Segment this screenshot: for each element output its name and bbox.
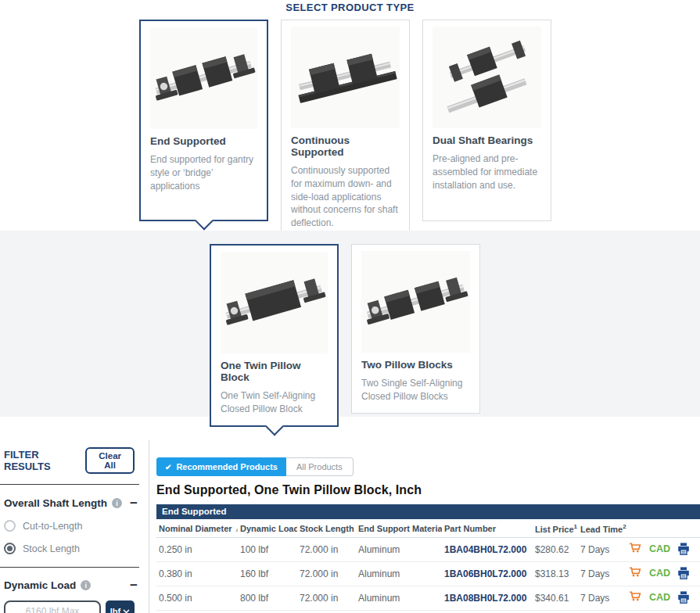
col-stock-length[interactable]: Stock Length (297, 519, 356, 537)
cell-nominal-diameter: 0.500 in (156, 586, 238, 610)
radio-button[interactable] (4, 520, 16, 532)
card-title: End Supported (150, 135, 257, 147)
results-table: Nominal Diameter▲ Dynamic Load Stock Len… (156, 519, 700, 613)
card-title: Continuous Supported (291, 134, 400, 158)
tab-label: Recommended Products (176, 462, 278, 471)
cell-stock-length: 72.000 in (297, 561, 356, 586)
dynamic-load-input[interactable] (4, 600, 101, 613)
cell-stock-length: 72.000 in (297, 610, 356, 613)
add-to-cart-icon[interactable] (629, 567, 642, 579)
cell-dynamic-load: 800 lbf (238, 586, 297, 610)
radio-label: Stock Length (23, 543, 80, 554)
table-group-header: End Supported (156, 504, 700, 519)
end-supported-product-image (150, 27, 257, 129)
part-number-link[interactable]: 1BA04BH0L72.000 (444, 544, 526, 555)
col-part-number[interactable]: Part Number (442, 519, 533, 537)
dynamic-load-filter-label: Dynamic Load (4, 579, 76, 591)
card-title: One Twin Pillow Block (221, 360, 328, 383)
cell-end-support-material: Aluminum (356, 610, 442, 613)
part-number-link[interactable]: 1BA06BH0L72.000 (444, 568, 526, 579)
select-product-type-heading: SELECT PRODUCT TYPE (0, 2, 700, 13)
filter-results-heading: FILTER RESULTS (4, 449, 85, 472)
cell-nominal-diameter: 0.250 in (156, 537, 238, 561)
radio-option-cut-to-length[interactable]: Cut-to-Length (4, 520, 149, 532)
cell-dynamic-load: 160 lbf (238, 561, 297, 586)
table-row: 0.380 in 160 lbf 72.000 in Aluminum 1BA0… (156, 561, 700, 586)
radio-label: Cut-to-Length (23, 521, 82, 532)
part-number-link[interactable]: 1BA08BH0L72.000 (444, 593, 526, 604)
continuous-supported-product-image (291, 27, 400, 128)
check-icon: ✔ (165, 463, 171, 471)
cad-download-link[interactable]: CAD (649, 592, 670, 603)
product-type-cards: End Supported End supported for gantry s… (139, 20, 551, 240)
add-to-cart-icon[interactable] (629, 591, 642, 604)
radio-option-stock-length[interactable]: Stock Length (4, 543, 149, 554)
cell-lead-time: 7 Days (578, 561, 626, 586)
card-description: End supported for gantry style or ‘bridg… (150, 153, 257, 192)
results-title: End Supported, One Twin Pillow Block, In… (156, 483, 700, 497)
col-list-price[interactable]: List Price1 (533, 519, 578, 537)
print-icon[interactable] (677, 567, 690, 579)
info-icon[interactable]: i (81, 580, 91, 590)
chevron-down-icon (123, 609, 130, 613)
cell-lead-time: 7 Days (578, 586, 626, 610)
unit-dropdown[interactable]: lbf (106, 600, 135, 613)
card-two-pillow-blocks[interactable]: Two Pillow Blocks Two Single Self-Aligni… (351, 244, 480, 414)
radio-button-checked[interactable] (4, 543, 16, 554)
cell-list-price: $412.23 (533, 610, 578, 613)
sort-asc-icon: ▲ (235, 526, 238, 533)
card-description: Pre-aligned and pre-assembled for immedi… (433, 152, 541, 192)
print-icon[interactable] (677, 543, 690, 555)
cell-list-price: $340.61 (533, 586, 578, 610)
table-header-row: Nominal Diameter▲ Dynamic Load Stock Len… (156, 519, 700, 537)
dual-shaft-bearings-product-image (433, 27, 541, 128)
clear-all-button[interactable]: Clear All (85, 447, 135, 474)
cell-dynamic-load: 100 lbf (238, 537, 297, 561)
card-continuous-supported[interactable]: Continuous Supported Continuously suppor… (281, 20, 410, 240)
tab-all-products[interactable]: All Products (286, 457, 354, 476)
section-divider (0, 484, 139, 485)
col-actions (626, 519, 700, 537)
collapse-icon[interactable]: − (130, 581, 138, 590)
cell-dynamic-load: 1,800 lbf (238, 610, 297, 613)
cell-list-price: $318.13 (533, 561, 578, 586)
cad-download-link[interactable]: CAD (649, 568, 670, 579)
table-row: 0.500 in 800 lbf 72.000 in Aluminum 1BA0… (156, 586, 700, 610)
card-description: Continuously supported for maximum down-… (291, 164, 400, 230)
print-icon[interactable] (677, 591, 690, 604)
info-icon[interactable]: i (112, 498, 122, 508)
card-title: Two Pillow Blocks (361, 359, 470, 371)
selected-card-notch (264, 417, 283, 436)
card-dual-shaft-bearings[interactable]: Dual Shaft Bearings Pre-aligned and pre-… (422, 20, 551, 221)
col-end-support-material[interactable]: End Support Material (356, 519, 442, 537)
cell-nominal-diameter: 0.750 in (156, 610, 238, 613)
card-title: Dual Shaft Bearings (433, 134, 541, 146)
card-one-twin-pillow-block[interactable]: One Twin Pillow Block One Twin Self-Alig… (210, 244, 339, 427)
cad-download-link[interactable]: CAD (649, 543, 670, 554)
add-to-cart-icon[interactable] (629, 543, 642, 555)
card-description: One Twin Self-Aligning Closed Pillow Blo… (221, 389, 328, 416)
table-row: 0.750 in 1,800 lbf 72.000 in Aluminum 1B… (156, 610, 700, 613)
cell-lead-time: 7 Days (578, 610, 626, 613)
unit-label: lbf (110, 607, 120, 613)
cell-lead-time: 7 Days (578, 537, 626, 561)
one-twin-pillow-block-image (221, 252, 328, 353)
cell-end-support-material: Aluminum (356, 561, 442, 586)
table-row: 0.250 in 100 lbf 72.000 in Aluminum 1BA0… (156, 537, 700, 561)
sidebar-divider (149, 440, 149, 613)
results-panel: ✔ Recommended Products All Products End … (156, 457, 700, 613)
cell-end-support-material: Aluminum (356, 586, 442, 610)
tab-recommended-products[interactable]: ✔ Recommended Products (156, 457, 286, 476)
tab-label: All Products (296, 462, 343, 471)
section-divider (0, 567, 139, 568)
collapse-icon[interactable]: − (130, 499, 138, 508)
col-nominal-diameter[interactable]: Nominal Diameter▲ (156, 519, 238, 537)
cell-list-price: $280.62 (533, 537, 578, 561)
cell-stock-length: 72.000 in (297, 537, 356, 561)
col-lead-time[interactable]: Lead Time2 (578, 519, 626, 537)
cell-end-support-material: Aluminum (356, 537, 442, 561)
cell-nominal-diameter: 0.380 in (156, 561, 238, 586)
card-end-supported[interactable]: End Supported End supported for gantry s… (139, 20, 268, 221)
col-dynamic-load[interactable]: Dynamic Load (238, 519, 297, 537)
card-description: Two Single Self-Aligning Closed Pillow B… (361, 377, 470, 403)
